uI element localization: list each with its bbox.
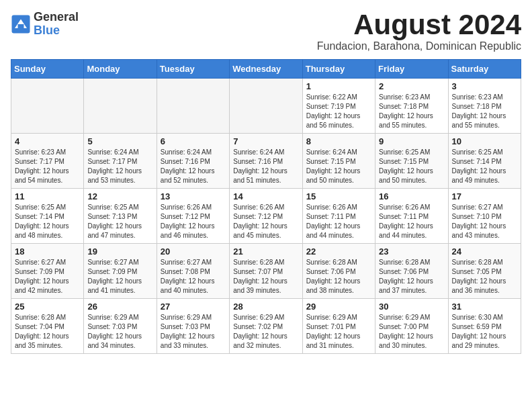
logo: General Blue: [11, 11, 79, 38]
calendar-cell: 9Sunrise: 6:25 AM Sunset: 7:15 PM Daylig…: [375, 134, 448, 189]
day-info: Sunrise: 6:25 AM Sunset: 7:15 PM Dayligh…: [379, 148, 444, 185]
weekday-header: Wednesday: [230, 60, 302, 79]
month-year: August 2024: [317, 11, 521, 39]
day-info: Sunrise: 6:23 AM Sunset: 7:17 PM Dayligh…: [15, 148, 80, 185]
day-info: Sunrise: 6:28 AM Sunset: 7:06 PM Dayligh…: [306, 258, 371, 295]
day-info: Sunrise: 6:24 AM Sunset: 7:16 PM Dayligh…: [233, 148, 298, 185]
day-number: 12: [87, 191, 152, 201]
calendar-cell: 26Sunrise: 6:29 AM Sunset: 7:03 PM Dayli…: [84, 299, 157, 354]
day-info: Sunrise: 6:28 AM Sunset: 7:06 PM Dayligh…: [379, 258, 444, 295]
day-info: Sunrise: 6:23 AM Sunset: 7:18 PM Dayligh…: [379, 93, 444, 130]
day-number: 22: [306, 246, 371, 257]
logo-icon: [11, 14, 31, 34]
svg-rect-2: [18, 24, 24, 28]
weekday-header: Sunday: [11, 60, 84, 79]
day-number: 7: [233, 136, 298, 146]
header: General Blue August 2024 Fundacion, Bara…: [11, 11, 521, 52]
calendar-cell: [157, 79, 229, 134]
day-info: Sunrise: 6:29 AM Sunset: 7:01 PM Dayligh…: [306, 313, 371, 351]
day-info: Sunrise: 6:22 AM Sunset: 7:19 PM Dayligh…: [306, 93, 371, 130]
day-info: Sunrise: 6:25 AM Sunset: 7:14 PM Dayligh…: [452, 148, 517, 185]
day-info: Sunrise: 6:29 AM Sunset: 7:03 PM Dayligh…: [87, 313, 152, 351]
day-info: Sunrise: 6:29 AM Sunset: 7:00 PM Dayligh…: [379, 313, 444, 351]
day-info: Sunrise: 6:28 AM Sunset: 7:05 PM Dayligh…: [452, 258, 517, 295]
day-info: Sunrise: 6:28 AM Sunset: 7:07 PM Dayligh…: [233, 258, 298, 295]
day-number: 24: [452, 246, 517, 257]
weekday-header: Tuesday: [157, 60, 229, 79]
calendar-table: SundayMondayTuesdayWednesdayThursdayFrid…: [11, 59, 521, 354]
day-number: 30: [379, 302, 444, 312]
day-info: Sunrise: 6:28 AM Sunset: 7:04 PM Dayligh…: [15, 313, 80, 351]
calendar-cell: 7Sunrise: 6:24 AM Sunset: 7:16 PM Daylig…: [230, 134, 302, 189]
day-info: Sunrise: 6:23 AM Sunset: 7:18 PM Dayligh…: [452, 93, 517, 130]
calendar-cell: 1Sunrise: 6:22 AM Sunset: 7:19 PM Daylig…: [302, 79, 375, 134]
calendar-cell: 13Sunrise: 6:26 AM Sunset: 7:12 PM Dayli…: [157, 189, 229, 244]
day-number: 19: [87, 246, 152, 257]
calendar-cell: 17Sunrise: 6:27 AM Sunset: 7:10 PM Dayli…: [448, 189, 521, 244]
weekday-header: Thursday: [302, 60, 375, 79]
day-number: 3: [452, 81, 517, 91]
calendar-cell: 11Sunrise: 6:25 AM Sunset: 7:14 PM Dayli…: [11, 189, 84, 244]
day-number: 11: [15, 191, 80, 201]
day-info: Sunrise: 6:26 AM Sunset: 7:11 PM Dayligh…: [379, 203, 444, 240]
day-info: Sunrise: 6:27 AM Sunset: 7:08 PM Dayligh…: [161, 258, 226, 295]
day-info: Sunrise: 6:26 AM Sunset: 7:12 PM Dayligh…: [161, 203, 226, 240]
logo-text: General Blue: [34, 11, 79, 38]
calendar-cell: 10Sunrise: 6:25 AM Sunset: 7:14 PM Dayli…: [448, 134, 521, 189]
day-number: 21: [233, 246, 298, 257]
calendar-cell: 3Sunrise: 6:23 AM Sunset: 7:18 PM Daylig…: [448, 79, 521, 134]
day-info: Sunrise: 6:27 AM Sunset: 7:10 PM Dayligh…: [452, 203, 517, 240]
calendar-week-row: 25Sunrise: 6:28 AM Sunset: 7:04 PM Dayli…: [11, 299, 521, 354]
calendar-cell: 25Sunrise: 6:28 AM Sunset: 7:04 PM Dayli…: [11, 299, 84, 354]
calendar-cell: 22Sunrise: 6:28 AM Sunset: 7:06 PM Dayli…: [302, 244, 375, 299]
day-number: 15: [306, 191, 371, 201]
calendar-cell: 16Sunrise: 6:26 AM Sunset: 7:11 PM Dayli…: [375, 189, 448, 244]
calendar-cell: 27Sunrise: 6:29 AM Sunset: 7:03 PM Dayli…: [157, 299, 229, 354]
day-number: 5: [87, 136, 152, 146]
calendar-cell: 8Sunrise: 6:24 AM Sunset: 7:15 PM Daylig…: [302, 134, 375, 189]
day-info: Sunrise: 6:24 AM Sunset: 7:17 PM Dayligh…: [87, 148, 152, 185]
day-info: Sunrise: 6:27 AM Sunset: 7:09 PM Dayligh…: [15, 258, 80, 295]
day-number: 8: [306, 136, 371, 146]
calendar-cell: 15Sunrise: 6:26 AM Sunset: 7:11 PM Dayli…: [302, 189, 375, 244]
calendar-cell: 23Sunrise: 6:28 AM Sunset: 7:06 PM Dayli…: [375, 244, 448, 299]
logo-blue: Blue: [34, 24, 79, 38]
day-info: Sunrise: 6:26 AM Sunset: 7:11 PM Dayligh…: [306, 203, 371, 240]
title-area: August 2024 Fundacion, Barahona, Dominic…: [317, 11, 521, 52]
day-number: 20: [161, 246, 226, 257]
day-number: 23: [379, 246, 444, 257]
day-info: Sunrise: 6:25 AM Sunset: 7:13 PM Dayligh…: [87, 203, 152, 240]
day-number: 2: [379, 81, 444, 91]
calendar-week-row: 1Sunrise: 6:22 AM Sunset: 7:19 PM Daylig…: [11, 79, 521, 134]
day-number: 17: [452, 191, 517, 201]
calendar-cell: 19Sunrise: 6:27 AM Sunset: 7:09 PM Dayli…: [84, 244, 157, 299]
calendar-cell: [230, 79, 302, 134]
calendar-cell: [84, 79, 157, 134]
calendar-cell: 31Sunrise: 6:30 AM Sunset: 6:59 PM Dayli…: [448, 299, 521, 354]
day-info: Sunrise: 6:29 AM Sunset: 7:02 PM Dayligh…: [233, 313, 298, 351]
day-number: 29: [306, 302, 371, 312]
day-number: 26: [87, 302, 152, 312]
day-number: 16: [379, 191, 444, 201]
day-number: 4: [15, 136, 80, 146]
day-info: Sunrise: 6:26 AM Sunset: 7:12 PM Dayligh…: [233, 203, 298, 240]
day-number: 28: [233, 302, 298, 312]
day-number: 27: [161, 302, 226, 312]
calendar-cell: 4Sunrise: 6:23 AM Sunset: 7:17 PM Daylig…: [11, 134, 84, 189]
calendar-cell: 30Sunrise: 6:29 AM Sunset: 7:00 PM Dayli…: [375, 299, 448, 354]
calendar-cell: 6Sunrise: 6:24 AM Sunset: 7:16 PM Daylig…: [157, 134, 229, 189]
calendar-cell: 2Sunrise: 6:23 AM Sunset: 7:18 PM Daylig…: [375, 79, 448, 134]
day-number: 6: [161, 136, 226, 146]
calendar-cell: [11, 79, 84, 134]
day-info: Sunrise: 6:27 AM Sunset: 7:09 PM Dayligh…: [87, 258, 152, 295]
day-number: 18: [15, 246, 80, 257]
logo-general: General: [34, 11, 79, 24]
calendar-cell: 14Sunrise: 6:26 AM Sunset: 7:12 PM Dayli…: [230, 189, 302, 244]
day-number: 10: [452, 136, 517, 146]
location: Fundacion, Barahona, Dominican Republic: [317, 40, 521, 52]
day-number: 1: [306, 81, 371, 91]
calendar-week-row: 18Sunrise: 6:27 AM Sunset: 7:09 PM Dayli…: [11, 244, 521, 299]
day-number: 25: [15, 302, 80, 312]
day-number: 13: [161, 191, 226, 201]
day-info: Sunrise: 6:24 AM Sunset: 7:16 PM Dayligh…: [161, 148, 226, 185]
